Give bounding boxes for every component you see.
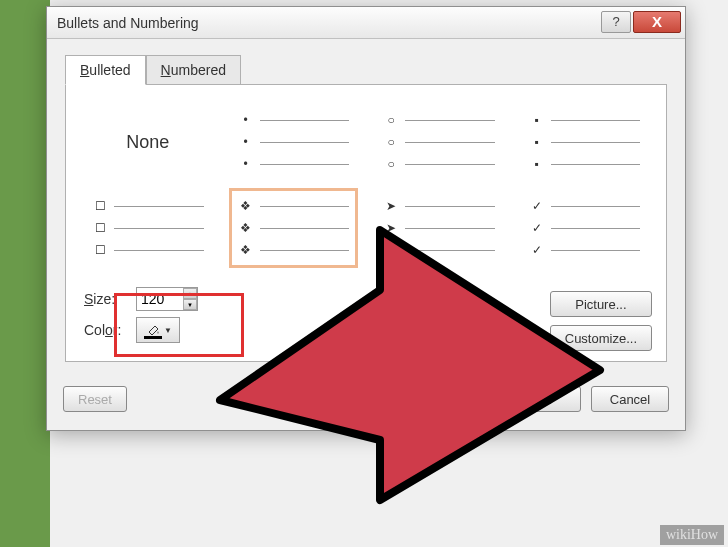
- dialog-footer: Reset OK Cancel: [47, 374, 685, 430]
- color-picker-button[interactable]: ▼: [136, 317, 180, 343]
- tab-bulleted[interactable]: Bulleted: [65, 55, 146, 85]
- close-button[interactable]: X: [633, 11, 681, 33]
- tab-panel-bulleted: None • • • ○ ○ ○ ▪ ▪ ▪ ☐: [65, 84, 667, 362]
- bullet-option-diamond[interactable]: ❖ ❖ ❖: [230, 189, 358, 267]
- size-spinner[interactable]: ▲ ▼: [136, 287, 198, 311]
- customize-button[interactable]: Customize...: [550, 325, 652, 351]
- chevron-down-icon: ▼: [164, 326, 172, 335]
- dialog-title: Bullets and Numbering: [57, 15, 601, 31]
- bullets-numbering-dialog: Bullets and Numbering ? X Bulleted Numbe…: [46, 6, 686, 431]
- titlebar[interactable]: Bullets and Numbering ? X: [47, 7, 685, 39]
- bullet-option-square[interactable]: ▪ ▪ ▪: [521, 103, 649, 181]
- bullet-option-disc[interactable]: • • •: [230, 103, 358, 181]
- bullet-option-check[interactable]: ✓ ✓ ✓: [521, 189, 649, 267]
- color-label: Color:: [84, 322, 128, 338]
- bullet-style-grid: None • • • ○ ○ ○ ▪ ▪ ▪ ☐: [84, 103, 648, 267]
- tab-numbered[interactable]: Numbered: [146, 55, 241, 85]
- bullet-option-none[interactable]: None: [84, 103, 212, 181]
- bullet-option-circle[interactable]: ○ ○ ○: [375, 103, 503, 181]
- bullet-option-box[interactable]: ☐ ☐ ☐: [84, 189, 212, 267]
- bullet-option-arrow[interactable]: ➤ ➤ ➤: [375, 189, 503, 267]
- picture-button[interactable]: Picture...: [550, 291, 652, 317]
- ok-button[interactable]: OK: [503, 386, 581, 412]
- help-button[interactable]: ?: [601, 11, 631, 33]
- spinner-down-icon[interactable]: ▼: [183, 299, 197, 310]
- spinner-up-icon[interactable]: ▲: [183, 288, 197, 299]
- watermark: wikiHow: [660, 525, 724, 545]
- tab-strip: Bulleted Numbered: [65, 55, 667, 85]
- close-icon: X: [652, 13, 662, 30]
- reset-button: Reset: [63, 386, 127, 412]
- size-label: Size:: [84, 291, 128, 307]
- cancel-button[interactable]: Cancel: [591, 386, 669, 412]
- help-icon: ?: [612, 14, 619, 29]
